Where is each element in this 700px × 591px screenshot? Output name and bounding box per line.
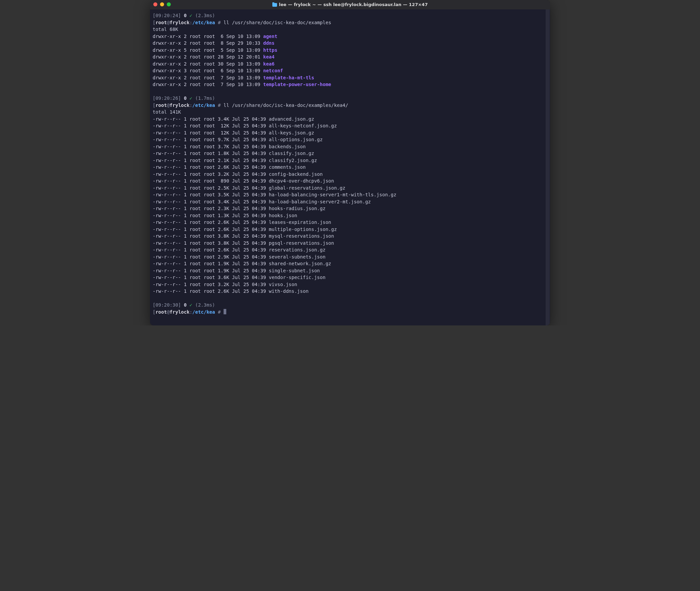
- window-title: lee — frylock ~ — ssh lee@frylock.bigdin…: [279, 1, 428, 8]
- minimize-icon[interactable]: [160, 2, 164, 6]
- terminal-window: lee — frylock ~ — ssh lee@frylock.bigdin…: [150, 0, 550, 325]
- titlebar: lee — frylock ~ — ssh lee@frylock.bigdin…: [150, 0, 550, 9]
- zoom-icon[interactable]: [167, 2, 171, 6]
- window-controls: [153, 2, 171, 6]
- cursor: [224, 309, 226, 314]
- close-icon[interactable]: [153, 2, 157, 6]
- terminal-output[interactable]: [09:20:24] 0 ✓ (2.3ms) [root@frylock:/et…: [150, 9, 550, 325]
- folder-icon: [272, 3, 277, 7]
- scrollbar-track[interactable]: [546, 9, 550, 325]
